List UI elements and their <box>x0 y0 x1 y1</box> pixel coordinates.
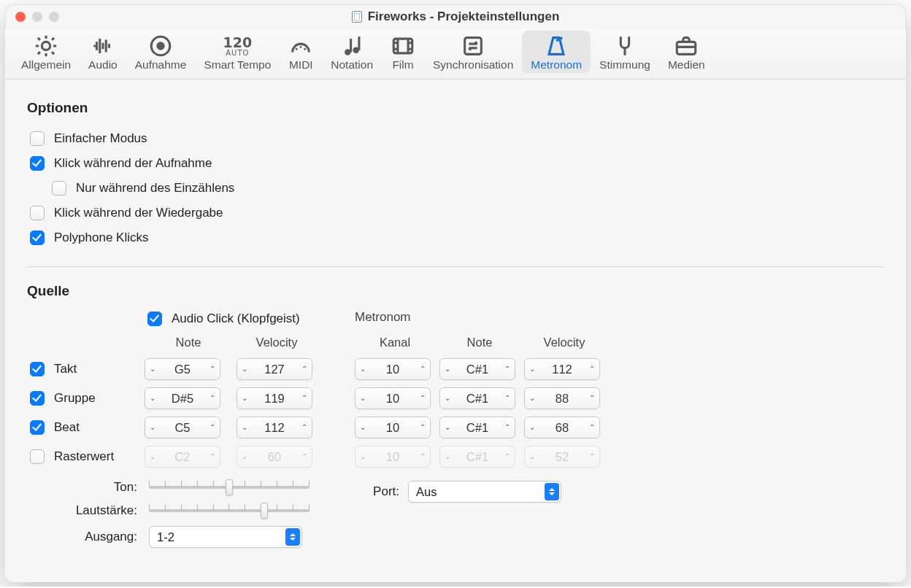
tab-aufnahme[interactable]: Aufnahme <box>126 31 196 73</box>
checkbox-gruppe[interactable] <box>30 391 45 406</box>
svg-rect-8 <box>393 39 412 53</box>
checkbox-rasterwert[interactable] <box>30 449 45 464</box>
checkbox-audio-click[interactable] <box>147 312 162 326</box>
stepper-raster-mvel: ⌄52⌃ <box>524 446 600 468</box>
label-polyphone: Polyphone Klicks <box>54 231 148 245</box>
stepper-raster-note: ⌄C2⌃ <box>145 446 220 468</box>
midi-metronom-header: Metronom <box>355 310 604 328</box>
toolbar: Allgemein Audio Aufnahme 120 AUTO Smart … <box>5 29 906 80</box>
stepper-beat-kanal[interactable]: ⌄10⌃ <box>355 417 431 438</box>
stepper-takt-kanal[interactable]: ⌄10⌃ <box>355 358 431 380</box>
tab-stimmung[interactable]: Stimmung <box>591 31 659 73</box>
tab-midi[interactable]: MIDI <box>280 31 322 73</box>
select-port[interactable]: Aus <box>408 481 561 503</box>
hdr-note-midi: Note <box>439 336 520 351</box>
chevron-updown-icon <box>545 483 559 500</box>
svg-point-2 <box>156 42 164 50</box>
hdr-note-audio: Note <box>145 336 232 351</box>
tab-metronom[interactable]: Metronom <box>522 31 591 73</box>
stepper-gruppe-mnote[interactable]: ⌄C#1⌃ <box>439 387 515 409</box>
briefcase-icon <box>674 34 699 58</box>
stepper-gruppe-note[interactable]: ⌄D#5⌃ <box>145 387 220 409</box>
tab-film[interactable]: Film <box>382 31 424 73</box>
tab-smart-tempo[interactable]: 120 AUTO Smart Tempo <box>195 31 280 73</box>
slider-lautstaerke[interactable] <box>149 503 310 519</box>
stepper-raster-kanal: ⌄10⌃ <box>355 446 431 468</box>
slider-ton[interactable] <box>149 479 310 495</box>
stepper-takt-vel[interactable]: ⌄127⌃ <box>237 358 312 380</box>
stepper-gruppe-kanal[interactable]: ⌄10⌃ <box>355 387 431 409</box>
close-window-button[interactable] <box>15 12 26 22</box>
svg-point-5 <box>304 48 307 50</box>
svg-point-0 <box>42 42 50 50</box>
label-beat: Beat <box>54 420 80 435</box>
settings-window: Fireworks - Projekteinstellungen Allgeme… <box>5 4 906 582</box>
checkbox-klick-wiedergabe[interactable] <box>30 206 45 220</box>
stepper-beat-mnote[interactable]: ⌄C#1⌃ <box>439 417 515 438</box>
label-lautstaerke: Lautstärke: <box>27 503 140 518</box>
tempo-icon: 120 AUTO <box>223 34 253 58</box>
tab-notation[interactable]: Notation <box>322 31 382 73</box>
label-gruppe: Gruppe <box>54 391 96 406</box>
label-port: Port: <box>363 484 399 499</box>
record-icon <box>148 34 173 58</box>
stepper-takt-mvel[interactable]: ⌄112⌃ <box>524 358 600 380</box>
label-audio-click: Audio Click (Klopfgeist) <box>172 312 300 326</box>
checkbox-einfacher-modus[interactable] <box>30 131 45 146</box>
optionen-heading: Optionen <box>27 100 884 116</box>
tab-synchronisation[interactable]: Synchronisation <box>424 31 522 73</box>
stepper-raster-vel: ⌄60⌃ <box>237 446 312 468</box>
stepper-beat-note[interactable]: ⌄C5⌃ <box>145 417 220 438</box>
checkbox-beat[interactable] <box>30 420 45 435</box>
label-takt: Takt <box>54 362 77 376</box>
quelle-heading: Quelle <box>27 283 884 299</box>
label-nur-einzaehlen: Nur während des Einzählens <box>76 181 234 196</box>
svg-point-3 <box>296 48 298 50</box>
notation-icon <box>339 34 364 58</box>
film-icon <box>391 34 415 58</box>
metronome-icon <box>544 34 569 58</box>
titlebar: Fireworks - Projekteinstellungen <box>5 4 906 29</box>
content: Optionen Einfacher Modus Klick während d… <box>5 80 906 582</box>
quelle-grid: Audio Click (Klopfgeist) Metronom Note V… <box>27 309 884 468</box>
stepper-raster-mnote: ⌄C#1⌃ <box>439 446 515 468</box>
gear-icon <box>34 34 58 58</box>
traffic-lights <box>15 12 59 22</box>
stepper-gruppe-mvel[interactable]: ⌄88⌃ <box>524 387 600 409</box>
label-ton: Ton: <box>27 480 140 495</box>
label-klick-aufnahme: Klick während der Aufnahme <box>54 156 212 171</box>
hdr-velocity-midi: Velocity <box>524 336 604 351</box>
tab-audio[interactable]: Audio <box>80 31 126 73</box>
label-rasterwert: Rasterwert <box>54 449 114 464</box>
chevron-updown-icon <box>285 528 300 546</box>
stepper-takt-mnote[interactable]: ⌄C#1⌃ <box>439 358 515 380</box>
midi-icon <box>288 34 313 58</box>
select-ausgang[interactable]: 1-2 <box>149 526 302 548</box>
sync-icon <box>461 34 485 58</box>
checkbox-klick-aufnahme[interactable] <box>30 156 45 171</box>
tab-medien[interactable]: Medien <box>659 31 714 73</box>
document-icon <box>352 11 362 23</box>
zoom-window-button[interactable] <box>49 12 59 22</box>
stepper-gruppe-vel[interactable]: ⌄119⌃ <box>237 387 312 409</box>
label-einfacher-modus: Einfacher Modus <box>54 131 147 146</box>
waveform-icon <box>91 34 115 58</box>
checkbox-polyphone[interactable] <box>30 231 45 245</box>
svg-point-4 <box>300 46 302 48</box>
window-title: Fireworks - Projekteinstellungen <box>368 9 560 24</box>
tuning-fork-icon <box>612 34 637 58</box>
minimize-window-button[interactable] <box>32 12 42 22</box>
stepper-takt-note[interactable]: ⌄G5⌃ <box>145 358 220 380</box>
label-ausgang: Ausgang: <box>27 530 140 544</box>
hdr-velocity-audio: Velocity <box>237 336 317 351</box>
hdr-kanal: Kanal <box>355 336 435 351</box>
tab-allgemein[interactable]: Allgemein <box>12 31 80 73</box>
stepper-beat-mvel[interactable]: ⌄68⌃ <box>524 417 600 438</box>
checkbox-nur-einzaehlen[interactable] <box>52 181 66 196</box>
label-klick-wiedergabe: Klick während der Wiedergabe <box>54 206 223 220</box>
svg-rect-9 <box>465 38 482 55</box>
checkbox-takt[interactable] <box>30 362 45 376</box>
stepper-beat-vel[interactable]: ⌄112⌃ <box>237 417 312 438</box>
